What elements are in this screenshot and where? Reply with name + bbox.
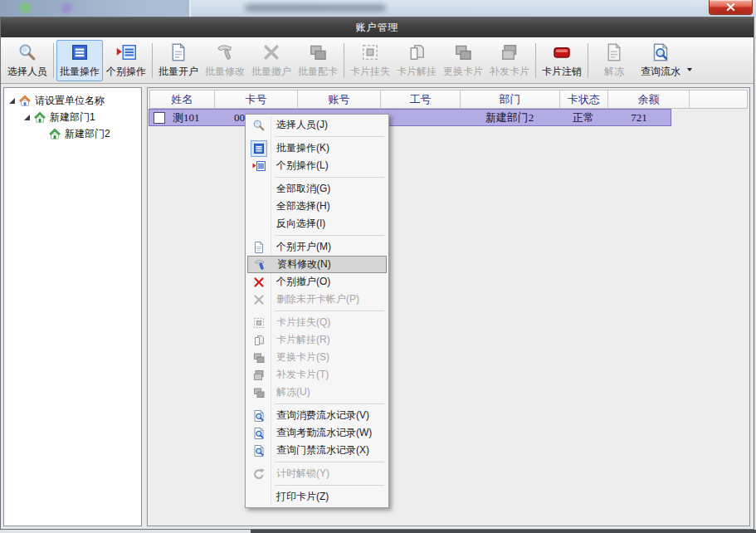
menu-icon-slot — [247, 386, 271, 399]
toolbar-button-card-cancel[interactable]: 卡片注销 — [539, 40, 585, 81]
cell-work-no — [380, 110, 460, 125]
column-header-account-no[interactable]: 账号 — [298, 90, 381, 108]
background-green-icon — [20, 2, 31, 13]
menu-item-individual-cancel-account[interactable]: 个别撤户(O) — [247, 273, 387, 291]
column-header-card-status[interactable]: 卡状态 — [560, 90, 608, 108]
menu-icon-slot — [247, 467, 271, 481]
menu-item-cancel-all[interactable]: 全部取消(G) — [247, 180, 387, 198]
document-icon — [168, 42, 188, 62]
column-header-name[interactable]: 姓名 — [150, 90, 215, 108]
column-header-label: 部门 — [500, 92, 521, 107]
column-header-label: 余额 — [638, 92, 660, 107]
menu-item-invert-selection[interactable]: 反向选择(I) — [247, 215, 387, 232]
menu-item-label: 查询消费流水记录(V) — [271, 408, 369, 423]
toolbar-button-label: 补发卡片 — [490, 65, 529, 79]
pages-gray-icon — [407, 42, 427, 62]
menu-item-query-consume-records[interactable]: 查询消费流水记录(V) — [247, 407, 387, 424]
menu-icon-slot — [247, 351, 271, 364]
column-header-label: 姓名 — [172, 92, 193, 107]
department-tree: 请设置单位名称新建部门1新建部门2 — [3, 87, 142, 526]
tree-item-label: 新建部门1 — [50, 110, 95, 125]
toolbar-button-reissue-card: 补发卡片 — [486, 40, 533, 81]
toolbar-button-label: 选择人员 — [7, 65, 47, 79]
menu-item-select-person[interactable]: 选择人员(J) — [247, 116, 387, 134]
search-doc-icon — [651, 42, 671, 62]
tree-item-new-department-1[interactable]: 新建部门1 — [4, 109, 141, 125]
toolbar-button-select-person[interactable]: 选择人员 — [4, 40, 51, 81]
toolbar-button-batch-open-account[interactable]: 批量开户 — [155, 40, 202, 81]
menu-item-print-card[interactable]: 打印卡片(Z) — [247, 488, 387, 506]
table-row[interactable]: 测1010000001300000008新建部门2正常721 — [149, 110, 671, 125]
screen: 账户管理 选择人员批量操作个别操作批量开户批量修改批量撤户批量配卡卡片挂失卡片解… — [0, 0, 756, 533]
hammer-icon — [253, 258, 266, 271]
menu-item-select-all[interactable]: 全部选择(H) — [247, 198, 387, 215]
menu-item-individual-operation[interactable]: 个别操作(L) — [247, 157, 387, 174]
menu-item-label: 批量操作(K) — [271, 141, 329, 155]
menu-icon-slot — [247, 369, 271, 382]
close-button[interactable] — [709, 0, 753, 15]
menu-item-individual-open-account[interactable]: 个别开户(M) — [247, 238, 387, 256]
search-doc-icon — [252, 409, 266, 423]
menu-item-label: 删除未开卡帐户(P) — [271, 292, 359, 306]
menu-icon-slot — [247, 409, 271, 423]
list-blue-icon — [70, 42, 90, 62]
menu-icon-slot — [247, 293, 271, 306]
toolbar-button-label: 查询流水 — [641, 65, 680, 79]
column-header-balance[interactable]: 余额 — [608, 90, 690, 108]
menu-item-label: 打印卡片(Z) — [271, 490, 329, 504]
toolbar-button-label: 个别操作 — [106, 65, 146, 79]
tree-item-new-department-2[interactable]: 新建部门2 — [4, 125, 141, 142]
menu-item-label: 查询考勤流水记录(W) — [271, 426, 372, 440]
menu-item-modify-info[interactable]: 资料修改(N) — [247, 256, 387, 273]
cards-gray-icon — [252, 386, 266, 399]
tree-item-set-unit-name[interactable]: 请设置单位名称 — [4, 92, 141, 109]
row-checkbox[interactable] — [154, 112, 165, 124]
cell-value: 新建部门2 — [485, 110, 534, 125]
toolbar-button-label: 解冻 — [604, 65, 624, 79]
toolbar-button-individual-operation[interactable]: 个别操作 — [103, 40, 149, 81]
column-header-work-no[interactable]: 工号 — [381, 90, 461, 108]
toolbar-separator — [344, 43, 344, 78]
toolbar-button-replace-card: 更换卡片 — [440, 40, 486, 81]
grid-header: 姓名卡号账号工号部门卡状态余额 — [149, 90, 748, 109]
menu-item-label: 补发卡片(T) — [271, 368, 329, 382]
column-header-department[interactable]: 部门 — [461, 90, 560, 108]
toolbar-separator — [53, 43, 54, 78]
menu-item-unfreeze: 解冻(U) — [247, 384, 387, 401]
background-window-title-blur — [245, 4, 386, 12]
cards-gray-icon — [308, 42, 328, 62]
menu-item-label: 全部取消(G) — [271, 182, 330, 196]
menu-item-batch-operation[interactable]: 批量操作(K) — [247, 139, 387, 157]
menu-item-label: 卡片解挂(R) — [271, 333, 330, 347]
column-header-card-no[interactable]: 卡号 — [215, 90, 298, 108]
x-red-icon — [252, 276, 266, 289]
toolbar-dropdown-arrow[interactable] — [684, 40, 695, 81]
window-title: 账户管理 — [356, 21, 399, 35]
menu-item-query-attendance-records[interactable]: 查询考勤流水记录(W) — [247, 424, 387, 442]
toolbar-button-label: 卡片解挂 — [397, 65, 437, 79]
menu-icon-slot — [247, 119, 271, 132]
cell-value: 正常 — [573, 110, 594, 125]
column-header-filler[interactable] — [690, 90, 747, 108]
menu-item-query-access-records[interactable]: 查询门禁流水记录(X) — [247, 442, 387, 459]
toolbar-separator — [152, 43, 153, 78]
tree-expander-icon[interactable] — [9, 98, 15, 104]
menu-item-label: 解冻(U) — [271, 385, 310, 399]
cell-balance: 721 — [607, 110, 671, 125]
menu-item-label: 个别开户(M) — [271, 240, 331, 254]
toolbar: 选择人员批量操作个别操作批量开户批量修改批量撤户批量配卡卡片挂失卡片解挂更换卡片… — [1, 37, 754, 84]
toolbar-button-label: 批量操作 — [60, 65, 100, 79]
tree-expander-icon[interactable] — [24, 115, 30, 120]
cell-department: 新建部门2 — [460, 110, 559, 125]
close-icon — [726, 3, 735, 11]
menu-item-reissue-card: 补发卡片(T) — [247, 366, 387, 384]
menu-item-label: 个别撤户(O) — [271, 275, 330, 289]
toolbar-button-batch-operation[interactable]: 批量操作 — [56, 40, 103, 81]
grid-body: 测1010000001300000008新建部门2正常721 — [149, 110, 748, 125]
toolbar-button-query-transactions[interactable]: 查询流水 — [637, 40, 684, 81]
menu-item-label: 个别操作(L) — [271, 159, 329, 173]
toolbar-separator — [535, 43, 536, 78]
list-arrow-icon — [116, 42, 136, 62]
menu-separator — [275, 235, 384, 236]
toolbar-button-label: 批量撤户 — [251, 65, 291, 79]
